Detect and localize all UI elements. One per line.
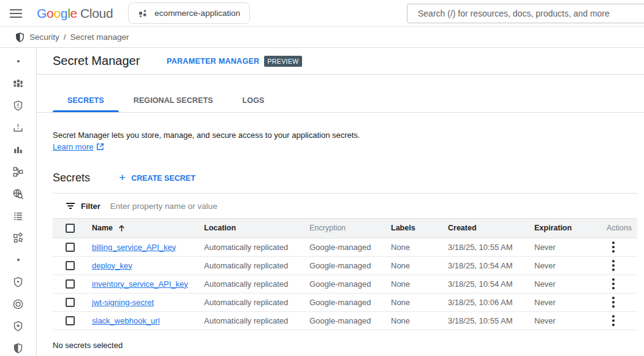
secret-location: Automatically replicated — [204, 275, 309, 293]
search-bar[interactable] — [407, 4, 644, 23]
top-bar: Google Cloud ecommerce-application — [0, 0, 644, 27]
secret-row: billing_service_API_key Automatically re… — [53, 238, 637, 256]
secret-row: deploy_key Automatically replicated Goog… — [53, 256, 637, 275]
filter-label: Filter — [81, 202, 100, 211]
column-header-encryption: Encryption — [309, 219, 391, 238]
secret-labels: None — [391, 311, 448, 330]
select-all-checkbox[interactable] — [66, 224, 75, 233]
project-selector[interactable]: ecommerce-application — [128, 2, 250, 24]
secret-location: Automatically replicated — [204, 238, 309, 256]
nav-web-scan-icon[interactable] — [0, 183, 36, 205]
learn-more-link[interactable]: Learn more — [53, 142, 104, 151]
secret-labels: None — [391, 256, 448, 275]
breadcrumb-section[interactable]: Security — [29, 32, 59, 42]
nav-inbox-alert-icon[interactable] — [0, 116, 36, 138]
row-checkbox[interactable] — [66, 279, 75, 289]
search-input[interactable] — [418, 9, 644, 18]
secret-name-link[interactable]: jwt-signing-secret — [92, 298, 154, 307]
tab-regional-secrets[interactable]: REGIONAL SECRETS — [119, 89, 228, 112]
page-title: Secret Manager — [53, 54, 140, 68]
nav-shield-plus-icon[interactable] — [0, 315, 36, 337]
menu-icon[interactable] — [10, 9, 22, 18]
tab-secrets[interactable]: SECRETS — [53, 89, 119, 112]
secret-expiration: Never — [534, 238, 603, 256]
nav-dot-icon — [0, 249, 36, 271]
parameter-manager-link[interactable]: PARAMETER MANAGER — [167, 57, 259, 66]
project-icon — [138, 9, 148, 18]
secret-expiration: Never — [534, 256, 603, 275]
secret-expiration: Never — [534, 275, 603, 293]
secret-name-link[interactable]: deploy_key — [92, 261, 132, 270]
row-actions-kebab-icon[interactable] — [603, 278, 637, 290]
row-actions-kebab-icon[interactable] — [603, 241, 637, 254]
row-checkbox[interactable] — [66, 316, 75, 325]
breadcrumb: Security / Secret manager — [0, 27, 644, 48]
secret-name-link[interactable]: billing_service_API_key — [92, 243, 176, 252]
secret-location: Automatically replicated — [204, 256, 309, 275]
nav-compliance-circles-icon[interactable] — [0, 293, 36, 315]
secrets-table: Name Location Encryption Labels Created … — [53, 219, 637, 330]
secret-row: jwt-signing-secret Automatically replica… — [53, 293, 637, 311]
plus-icon: + — [119, 172, 126, 183]
nav-shield-dot-icon[interactable] — [0, 271, 36, 293]
secret-encryption: Google-managed — [309, 293, 391, 311]
secret-created: 3/18/25, 10:06 AM — [448, 293, 534, 311]
column-header-location[interactable]: Location — [204, 219, 309, 238]
nav-bar-chart-icon[interactable] — [0, 138, 36, 161]
nav-shield-alert-icon[interactable] — [0, 94, 36, 116]
column-header-created[interactable]: Created — [448, 219, 534, 238]
filter-input[interactable] — [110, 202, 417, 211]
secret-row: slack_webhook_url Automatically replicat… — [53, 311, 637, 330]
left-nav-rail — [0, 48, 37, 356]
secret-labels: None — [391, 293, 448, 311]
secret-encryption: Google-managed — [309, 275, 391, 293]
nav-network-topology-icon[interactable] — [0, 161, 36, 183]
secret-name-link[interactable]: inventory_service_API_key — [92, 279, 188, 289]
security-shield-icon — [15, 32, 25, 43]
row-actions-kebab-icon[interactable] — [603, 314, 637, 327]
secret-created: 3/18/25, 10:54 AM — [448, 275, 534, 293]
tab-logs[interactable]: LOGS — [228, 89, 279, 112]
secrets-section-title: Secrets — [53, 172, 90, 184]
secret-labels: None — [391, 275, 448, 293]
project-name: ecommerce-application — [154, 9, 240, 18]
secret-row: inventory_service_API_key Automatically … — [53, 275, 637, 293]
create-secret-button[interactable]: + CREATE SECRET — [119, 173, 195, 183]
external-link-icon — [96, 143, 104, 151]
column-header-name[interactable]: Name — [92, 219, 204, 238]
nav-assets-squares-icon[interactable] — [0, 227, 36, 249]
column-header-labels[interactable]: Labels — [391, 219, 448, 238]
nav-list-icon[interactable] — [0, 205, 36, 227]
main-content: Secret Manager PARAMETER MANAGER PREVIEW… — [37, 48, 644, 356]
secret-encryption: Google-managed — [309, 311, 391, 330]
google-cloud-logo[interactable]: Google Cloud — [37, 6, 113, 21]
nav-security-shield-icon[interactable] — [0, 337, 36, 356]
column-header-expiration[interactable]: Expiration — [534, 219, 603, 238]
filter-icon — [66, 202, 75, 210]
secret-expiration: Never — [534, 293, 603, 311]
breadcrumb-page: Secret manager — [70, 32, 129, 42]
secret-encryption: Google-managed — [309, 256, 391, 275]
nav-overview-grid-icon[interactable] — [0, 72, 36, 94]
tab-bar: SECRETSREGIONAL SECRETSLOGS — [37, 75, 644, 113]
row-actions-kebab-icon[interactable] — [603, 259, 637, 272]
secret-location: Automatically replicated — [204, 293, 309, 311]
page-description: Secret Manager lets you store, manage, a… — [53, 129, 628, 142]
row-checkbox[interactable] — [66, 243, 75, 252]
secret-encryption: Google-managed — [309, 238, 391, 256]
sort-ascending-icon — [118, 224, 126, 232]
secret-expiration: Never — [534, 311, 603, 330]
secret-name-link[interactable]: slack_webhook_url — [92, 316, 160, 325]
logo-google-word: Google — [37, 6, 77, 21]
secret-created: 3/18/25, 10:55 AM — [448, 311, 534, 330]
filter-bar[interactable]: Filter — [53, 194, 637, 219]
secret-labels: None — [391, 238, 448, 256]
row-actions-kebab-icon[interactable] — [603, 296, 637, 309]
row-checkbox[interactable] — [66, 261, 75, 270]
preview-badge: PREVIEW — [264, 56, 301, 67]
row-checkbox[interactable] — [66, 298, 75, 307]
logo-cloud-word: Cloud — [80, 6, 113, 21]
breadcrumb-separator: / — [64, 32, 66, 42]
secret-location: Automatically replicated — [204, 311, 309, 330]
secret-created: 3/18/25, 10:54 AM — [448, 256, 534, 275]
